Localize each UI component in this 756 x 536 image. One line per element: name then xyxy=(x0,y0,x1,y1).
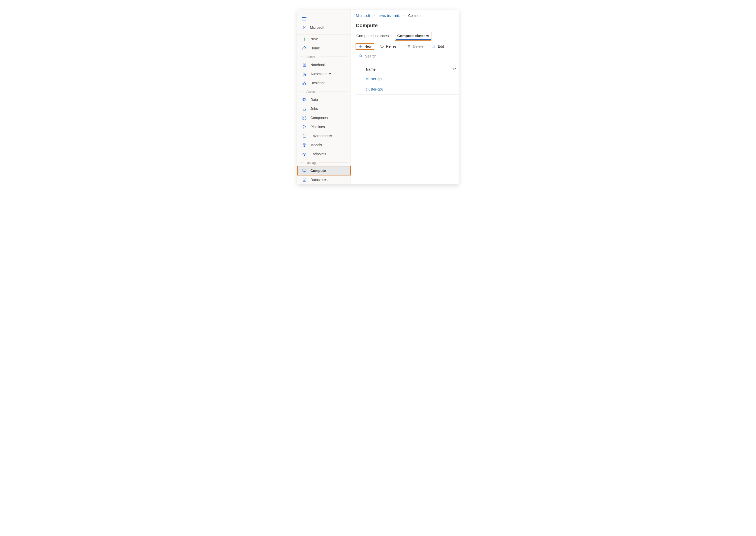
edit-grid-icon xyxy=(432,44,436,49)
svg-point-12 xyxy=(305,126,306,127)
hamburger-row xyxy=(298,12,351,23)
sidebar-item-environments[interactable]: Environments xyxy=(298,131,351,140)
sidebar-item-label: Automated ML xyxy=(310,72,333,76)
trash-icon xyxy=(407,44,411,49)
sidebar-section-manage: Manage xyxy=(298,158,351,166)
sidebar-item-label: Designer xyxy=(310,81,325,85)
svg-rect-6 xyxy=(304,99,306,101)
cluster-name-link[interactable]: cluster-gpu xyxy=(366,77,456,81)
sidebar-section-assets: Assets xyxy=(298,87,351,95)
breadcrumb-current: Compute xyxy=(408,14,423,17)
sidebar-item-notebooks[interactable]: Notebooks xyxy=(298,60,351,69)
svg-rect-5 xyxy=(303,99,305,101)
sidebar-item-label: Home xyxy=(310,46,320,50)
page-title: Compute xyxy=(356,23,458,28)
data-icon xyxy=(302,97,307,102)
bolt-gear-icon xyxy=(302,72,307,76)
sidebar-item-label: Endpoints xyxy=(310,152,326,156)
svg-rect-8 xyxy=(303,118,304,119)
button-label: Edit xyxy=(438,44,444,49)
breadcrumb-link[interactable]: mlws-bstollnitz xyxy=(378,14,401,17)
flask-icon xyxy=(302,106,307,111)
svg-point-10 xyxy=(303,125,304,126)
toolbar: New Refresh Delete Edit xyxy=(356,43,458,50)
search-icon xyxy=(359,54,362,58)
breadcrumb: Microsoft mlws-bstollnitz Compute xyxy=(356,14,458,17)
sidebar-item-label: Compute xyxy=(310,169,326,173)
sidebar-item-new[interactable]: New xyxy=(298,35,351,44)
sidebar-item-label: Data xyxy=(310,98,318,102)
edit-button[interactable]: Edit xyxy=(429,43,447,50)
chevron-right-icon xyxy=(403,14,406,17)
table-row[interactable]: cluster-gpu xyxy=(356,74,458,84)
sidebar-item-label: Components xyxy=(310,116,331,120)
sidebar-item-label: Environments xyxy=(310,134,332,138)
chevron-right-icon xyxy=(373,14,375,17)
sidebar-item-label: Models xyxy=(310,143,322,147)
breadcrumb-link[interactable]: Microsoft xyxy=(356,14,370,17)
search-input[interactable] xyxy=(365,54,456,58)
sidebar-item-components[interactable]: Components xyxy=(298,113,351,122)
monitor-icon xyxy=(302,168,307,173)
back-label: Microsoft xyxy=(310,25,324,29)
svg-rect-3 xyxy=(303,84,304,84)
button-label: Delete xyxy=(413,44,423,49)
notebook-icon xyxy=(302,62,307,67)
sidebar-item-models[interactable]: Models xyxy=(298,140,351,150)
sidebar-item-label: Pipelines xyxy=(310,125,325,129)
sidebar-section-author: Author xyxy=(298,53,351,60)
svg-point-1 xyxy=(305,74,306,76)
sidebar-item-jobs[interactable]: Jobs xyxy=(298,104,351,113)
svg-point-11 xyxy=(303,128,304,128)
grid-plus-icon xyxy=(302,116,307,120)
cloud-icon xyxy=(302,152,307,156)
svg-rect-14 xyxy=(303,169,306,171)
svg-rect-13 xyxy=(303,135,306,137)
button-label: Refresh xyxy=(386,44,398,49)
table-row[interactable]: cluster-cpu xyxy=(356,84,458,94)
sidebar-item-automl[interactable]: Automated ML xyxy=(298,69,351,79)
sidebar-item-designer[interactable]: Designer xyxy=(298,79,351,87)
database-icon xyxy=(302,178,307,182)
main-content: Microsoft mlws-bstollnitz Compute Comput… xyxy=(351,10,458,184)
back-button[interactable]: Microsoft xyxy=(298,23,351,34)
cluster-name-link[interactable]: cluster-cpu xyxy=(366,87,456,91)
sidebar-item-data[interactable]: Data xyxy=(298,95,351,104)
tab-compute-instances[interactable]: Compute instances xyxy=(356,32,389,40)
sidebar-item-datastores[interactable]: Datastores xyxy=(298,175,351,184)
refresh-button[interactable]: Refresh xyxy=(377,43,401,50)
sidebar-item-pipelines[interactable]: Pipelines xyxy=(298,122,351,131)
svg-rect-2 xyxy=(304,81,305,82)
svg-rect-7 xyxy=(303,116,304,117)
pipelines-icon xyxy=(302,124,307,129)
plus-icon xyxy=(358,44,362,49)
search-field[interactable] xyxy=(356,52,458,60)
diagram-icon xyxy=(302,81,307,85)
svg-point-15 xyxy=(303,178,306,179)
tab-compute-clusters[interactable]: Compute clusters xyxy=(395,32,431,40)
plus-icon xyxy=(302,37,307,41)
table-header: Name xyxy=(356,65,458,74)
svg-rect-9 xyxy=(305,118,306,119)
star-icon[interactable] xyxy=(452,67,456,72)
sidebar-item-label: Notebooks xyxy=(310,63,327,67)
button-label: New xyxy=(364,44,371,49)
svg-rect-4 xyxy=(305,84,306,84)
environment-icon xyxy=(302,134,307,138)
tabs: Compute instances Compute clusters xyxy=(356,32,458,40)
sidebar-item-label: New xyxy=(310,37,318,41)
sidebar-item-endpoints[interactable]: Endpoints xyxy=(298,150,351,158)
sidebar: Microsoft New Home Author Notebooks xyxy=(298,10,351,184)
sidebar-item-home[interactable]: Home xyxy=(298,44,351,53)
hamburger-icon[interactable] xyxy=(302,17,306,20)
column-name[interactable]: Name xyxy=(366,67,452,71)
back-arrow-icon xyxy=(302,25,307,30)
app-window: Microsoft New Home Author Notebooks xyxy=(298,10,458,184)
sidebar-item-compute[interactable]: Compute xyxy=(298,166,351,175)
svg-rect-0 xyxy=(303,63,306,67)
home-icon xyxy=(302,46,307,50)
delete-button[interactable]: Delete xyxy=(404,43,425,50)
refresh-icon xyxy=(380,44,384,49)
svg-point-16 xyxy=(359,54,362,57)
new-button[interactable]: New xyxy=(356,43,374,50)
